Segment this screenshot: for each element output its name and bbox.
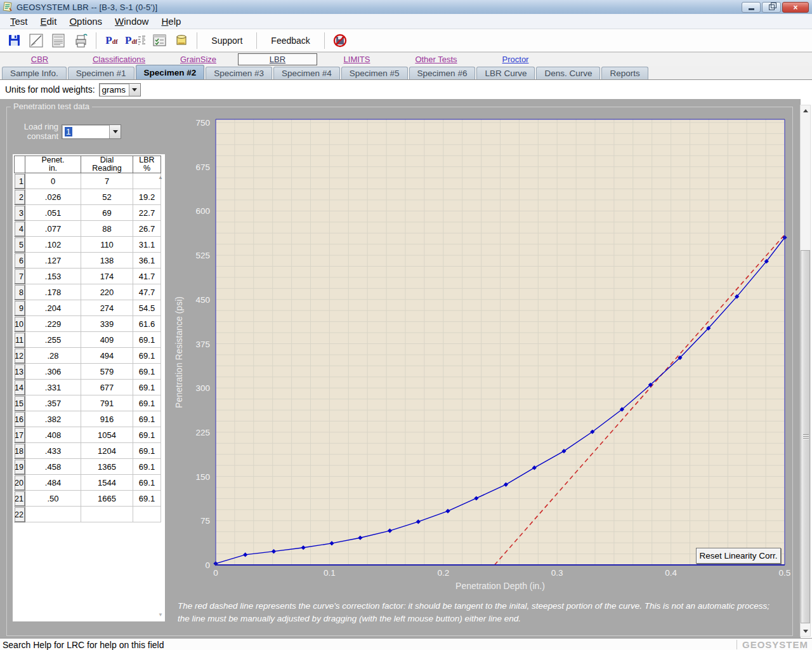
dial-cell[interactable]: 677 — [81, 380, 133, 395]
save-button[interactable] — [4, 32, 24, 50]
dial-cell[interactable]: 52 — [81, 189, 133, 205]
penet-cell[interactable]: .433 — [25, 443, 81, 459]
lbr-cell[interactable]: 69.1 — [133, 491, 161, 507]
penet-cell[interactable]: .408 — [25, 427, 81, 443]
lbr-cell[interactable]: 69.1 — [133, 395, 161, 411]
lbr-cell[interactable]: 69.1 — [133, 364, 161, 380]
load-ring-constant-select[interactable]: 1 — [62, 124, 121, 139]
dial-cell[interactable]: 274 — [81, 300, 133, 316]
penet-cell[interactable]: .178 — [25, 284, 81, 300]
menu-options[interactable]: Options — [63, 15, 108, 28]
lbr-cell[interactable]: 26.7 — [133, 221, 161, 237]
dial-cell[interactable] — [81, 507, 133, 522]
print-button[interactable] — [70, 32, 91, 50]
table-scroll-up-icon[interactable]: ▲ — [158, 175, 163, 180]
units-dropdown-button[interactable] — [129, 84, 140, 96]
penet-cell[interactable] — [25, 507, 81, 522]
penet-cell[interactable]: .153 — [25, 269, 81, 284]
dial-cell[interactable]: 69 — [81, 205, 133, 221]
close-button[interactable]: × — [782, 2, 809, 13]
tab-specimen-1[interactable]: Specimen #1 — [68, 67, 134, 79]
lbr-cell[interactable]: 69.1 — [133, 332, 161, 348]
lbr-cell[interactable]: 69.1 — [133, 411, 161, 427]
lbr-cell[interactable]: 47.7 — [133, 284, 161, 300]
tab-specimen-4[interactable]: Specimen #4 — [273, 67, 340, 79]
dial-cell[interactable]: 88 — [81, 221, 133, 237]
dial-cell[interactable]: 579 — [81, 364, 133, 380]
dial-cell[interactable]: 220 — [81, 284, 133, 300]
lbr-cell[interactable]: 31.1 — [133, 237, 161, 253]
nav-link-grainsize[interactable]: GrainSize — [180, 55, 216, 64]
dial-cell[interactable]: 7 — [81, 173, 133, 189]
dial-cell[interactable]: 1665 — [81, 491, 133, 507]
dial-cell[interactable]: 138 — [81, 253, 133, 269]
penetration-table[interactable]: Penet.in.DialReadingLBR%1072.0265219.23.… — [14, 156, 161, 522]
penet-cell[interactable]: .229 — [25, 316, 81, 332]
menu-help[interactable]: Help — [155, 15, 187, 28]
nav-link-classifications[interactable]: Classifications — [93, 55, 145, 64]
dial-cell[interactable]: 791 — [81, 395, 133, 411]
dial-cell[interactable]: 409 — [81, 332, 133, 348]
menu-edit[interactable]: Edit — [34, 15, 63, 28]
lbr-cell[interactable]: 36.1 — [133, 253, 161, 269]
tab-reports[interactable]: Reports — [601, 67, 648, 79]
lbr-cell[interactable]: 22.7 — [133, 205, 161, 221]
lbr-cell[interactable]: 69.1 — [133, 348, 161, 364]
penet-cell[interactable]: .306 — [25, 364, 81, 380]
scrollbar-thumb[interactable] — [801, 250, 810, 623]
load-ring-dropdown-button[interactable] — [109, 125, 121, 138]
penet-cell[interactable]: .458 — [25, 459, 81, 475]
penet-cell[interactable]: .026 — [25, 189, 81, 205]
dial-cell[interactable]: 1204 — [81, 443, 133, 459]
lbr-cell[interactable]: 69.1 — [133, 443, 161, 459]
penet-cell[interactable]: .28 — [25, 348, 81, 364]
penet-cell[interactable]: .255 — [25, 332, 81, 348]
penet-cell[interactable]: .357 — [25, 395, 81, 411]
dial-cell[interactable]: 916 — [81, 411, 133, 427]
curve-button[interactable] — [26, 32, 46, 50]
nav-link-other-tests[interactable]: Other Tests — [415, 55, 457, 64]
penet-cell[interactable]: .50 — [25, 491, 81, 507]
dial-cell[interactable]: 1544 — [81, 475, 133, 491]
lbr-cell[interactable]: 69.1 — [133, 475, 161, 491]
lbr-cell[interactable]: 41.7 — [133, 269, 161, 284]
nav-link-limits[interactable]: LIMITS — [344, 55, 370, 64]
dial-cell[interactable]: 110 — [81, 237, 133, 253]
archive-button[interactable] — [171, 32, 192, 50]
tab-specimen-3[interactable]: Specimen #3 — [206, 67, 272, 79]
penet-cell[interactable]: 0 — [25, 173, 81, 189]
report-button[interactable] — [48, 32, 69, 50]
lbr-cell[interactable] — [133, 173, 161, 189]
nav-link-lbr[interactable]: LBR — [270, 55, 285, 64]
penet-cell[interactable]: .077 — [25, 221, 81, 237]
restore-button[interactable] — [762, 2, 781, 13]
minimize-button[interactable] — [742, 2, 761, 13]
dial-cell[interactable]: 1054 — [81, 427, 133, 443]
pdf-report-button[interactable]: Pdf — [124, 32, 147, 50]
no-save-button[interactable] — [330, 32, 350, 50]
tab-specimen-2[interactable]: Specimen #2 — [136, 65, 205, 79]
nav-link-proctor[interactable]: Proctor — [502, 55, 529, 64]
lbr-cell[interactable]: 69.1 — [133, 380, 161, 395]
lbr-cell[interactable]: 69.1 — [133, 427, 161, 443]
lbr-cell[interactable]: 69.1 — [133, 459, 161, 475]
penet-cell[interactable]: .051 — [25, 205, 81, 221]
reset-linearity-button[interactable]: Reset Linearity Corr. — [696, 548, 781, 564]
penet-cell[interactable]: .102 — [25, 237, 81, 253]
tab-sample-info-[interactable]: Sample Info. — [2, 67, 67, 79]
penet-cell[interactable]: .484 — [25, 475, 81, 491]
tab-specimen-6[interactable]: Specimen #6 — [409, 67, 476, 79]
feedback-button[interactable]: Feedback — [262, 36, 318, 46]
dial-cell[interactable]: 174 — [81, 269, 133, 284]
pdf-export-button[interactable]: Pdf — [102, 32, 122, 50]
tab-lbr-curve[interactable]: LBR Curve — [476, 67, 535, 79]
scroll-up-button[interactable] — [801, 105, 810, 116]
lbr-cell[interactable]: 61.6 — [133, 316, 161, 332]
lbr-cell[interactable] — [133, 507, 161, 522]
penet-cell[interactable]: .382 — [25, 411, 81, 427]
units-select[interactable]: grams — [99, 83, 141, 96]
checklist-button[interactable] — [149, 32, 169, 50]
dial-cell[interactable]: 339 — [81, 316, 133, 332]
penet-cell[interactable]: .127 — [25, 253, 81, 269]
nav-link-cbr[interactable]: CBR — [31, 55, 48, 64]
